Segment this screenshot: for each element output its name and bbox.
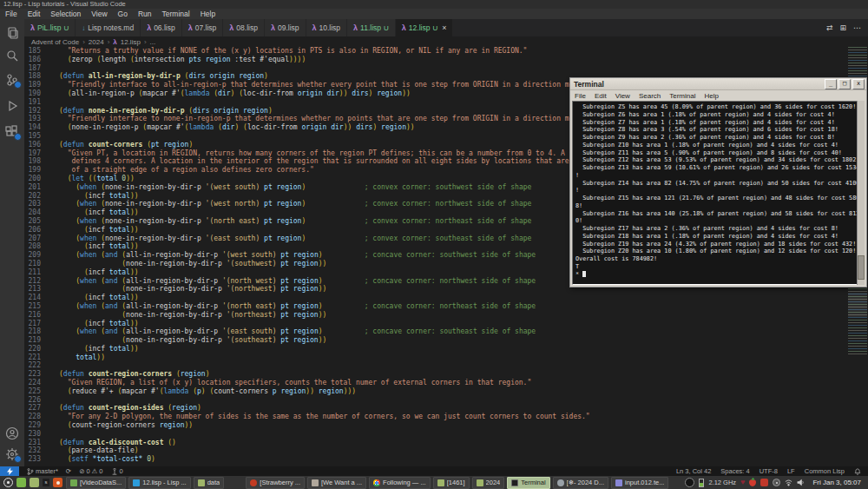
line-number: 222 <box>24 361 41 370</box>
browser-launcher-icon[interactable] <box>53 478 62 487</box>
app-launcher-s-icon[interactable]: s <box>43 479 49 486</box>
search-icon[interactable] <box>5 49 19 63</box>
red-app-tray-icon[interactable] <box>760 479 768 486</box>
source-control-icon[interactable] <box>5 73 19 87</box>
remote-indicator-icon[interactable] <box>0 466 19 476</box>
line-number: 205 <box>24 217 41 226</box>
terminal-menu-file[interactable]: File <box>570 92 590 100</box>
menu-item-view[interactable]: View <box>86 9 112 19</box>
tab-10-lisp[interactable]: λ10.lisp <box>306 19 348 36</box>
tab-11-lisp[interactable]: λ11.lispU <box>347 19 396 36</box>
taskbar-window-terminal[interactable]: Terminal <box>507 477 549 489</box>
taskbar-window-following-[interactable]: Following — ... <box>369 477 431 489</box>
recorder-app-icon[interactable] <box>685 478 694 487</box>
applications-menu-icon[interactable] <box>3 478 13 487</box>
tab-06-lisp[interactable]: λ06.lisp <box>141 19 182 36</box>
terminal-line: Subregion Z18 has area 1 (.18% of parent… <box>575 233 855 241</box>
sync-icon[interactable]: ⟳ <box>66 467 71 475</box>
menu-item-go[interactable]: Go <box>113 9 133 19</box>
ports-indicator[interactable]: 0 <box>111 467 123 475</box>
terminal-menu-terminal[interactable]: Terminal <box>665 92 700 100</box>
close-button[interactable]: x <box>852 79 865 89</box>
menu-item-selection[interactable]: Selection <box>45 9 86 19</box>
tab-07-lisp[interactable]: λ07.lisp <box>182 19 224 36</box>
menu-item-edit[interactable]: Edit <box>23 9 46 19</box>
taskbar-window-input-012-te-[interactable]: input.012.te... <box>611 477 668 489</box>
tab-label: 08.lisp <box>236 23 258 32</box>
more-actions-icon[interactable]: ⋯ <box>853 23 861 32</box>
breadcrumb-item[interactable]: 12.lisp <box>121 38 141 46</box>
terminal-titlebar[interactable]: Terminal _ □ x <box>570 78 866 90</box>
code-text: (none-in-region-by-dir-p '(northwest) pt… <box>59 285 326 293</box>
terminal-menu-edit[interactable]: Edit <box>590 92 611 100</box>
breadcrumb-item[interactable]: ... <box>150 38 156 46</box>
encoding[interactable]: UTF-8 <box>760 467 778 475</box>
menu-item-file[interactable]: File <box>0 9 23 19</box>
problems-indicator[interactable]: ⊘0 ⚠0 <box>79 467 102 475</box>
terminal-output[interactable]: Subregion Z5 has area 45 (8.09% of paren… <box>572 101 865 285</box>
menu-item-run[interactable]: Run <box>133 9 157 19</box>
code-text: "Given REGION, a list of (x y) location … <box>59 379 531 387</box>
line-number: 188 <box>24 72 41 81</box>
maximize-button[interactable]: □ <box>838 79 851 89</box>
line-number: 223 <box>24 370 41 379</box>
taskbar-window-2024[interactable]: 2024 <box>472 477 505 489</box>
split-editor-icon[interactable]: ⇄ <box>826 23 833 32</box>
menu-item-help[interactable]: Help <box>195 9 220 19</box>
close-icon[interactable]: × <box>442 23 446 32</box>
taskbar-window--we-want-a-[interactable]: [We Want a ... <box>307 477 366 489</box>
eol-sequence[interactable]: LF <box>787 467 795 475</box>
terminal-menu-help[interactable]: Help <box>700 92 722 100</box>
minimap[interactable] <box>848 47 867 76</box>
settings-gear-icon[interactable] <box>5 447 19 461</box>
terminal-menu-search[interactable]: Search <box>635 92 665 100</box>
taskbar-window--2024-d-[interactable]: [❄- 2024 D... <box>553 477 608 489</box>
terminal-scrollbar[interactable] <box>857 101 865 285</box>
taskbar-window-data[interactable]: data <box>194 477 225 489</box>
tab-pil-lisp[interactable]: λPiL.lispU <box>24 19 76 36</box>
accounts-icon[interactable] <box>5 426 19 440</box>
line-number: 218 <box>24 327 41 336</box>
minimize-button[interactable]: _ <box>825 79 837 89</box>
toggle-layout-icon[interactable]: ⊞ <box>839 23 846 32</box>
breadcrumb-item[interactable]: Advent of Code <box>31 38 79 46</box>
workspace-pager-icon[interactable] <box>16 478 26 487</box>
cursor-position[interactable]: Ln 3, Col 42 <box>676 467 711 475</box>
terminal-line: Subregion Z13 has area 59 (10.61% of par… <box>575 164 855 172</box>
tab-label: 12.lisp <box>409 23 431 32</box>
terminal-line: Subregion Z14 has area 82 (14.75% of par… <box>575 180 855 188</box>
run-debug-icon[interactable] <box>5 99 19 113</box>
menu-item-terminal[interactable]: Terminal <box>157 9 195 19</box>
password-manager-tray-icon[interactable]: ♥ <box>740 479 745 486</box>
minimap[interactable] <box>848 288 867 354</box>
taskbar-window--strawberry-[interactable]: [Strawberry ... <box>246 477 305 489</box>
terminal-menu-view[interactable]: View <box>611 92 635 100</box>
code-text: (incf total)) <box>59 345 139 353</box>
clock[interactable]: Fri Jan 3, 05:07 <box>809 479 865 486</box>
screenshot-tray-icon[interactable] <box>773 479 780 486</box>
tab-08-lisp[interactable]: λ08.lisp <box>223 19 265 36</box>
tab-12-lisp[interactable]: λ12.lispU× <box>396 19 454 36</box>
notifications-bell-icon[interactable] <box>854 468 861 475</box>
taskbar-window--videodatas-[interactable]: [VideoDataS... <box>66 477 126 489</box>
lisp-file-icon: λ <box>229 23 233 32</box>
indentation[interactable]: Spaces: 4 <box>720 467 749 475</box>
extensions-icon[interactable] <box>5 125 19 139</box>
file-manager-icon[interactable] <box>30 478 39 487</box>
line-number: 231 <box>24 439 41 447</box>
tab-lisp-notes-md[interactable]: ↓Lisp notes.md <box>76 19 141 36</box>
git-branch-indicator[interactable]: master* <box>27 467 58 475</box>
volume-icon[interactable] <box>797 479 805 486</box>
battery-meter-icon[interactable] <box>699 479 704 487</box>
scrollbar-thumb[interactable] <box>858 255 865 280</box>
breadcrumb-item[interactable]: 2024 <box>89 38 104 46</box>
taskbar-window-12-lisp-lisp-[interactable]: 12.lisp - Lisp ... <box>128 477 190 489</box>
strawberry-tray-icon[interactable] <box>749 479 756 486</box>
taskbar-window--1461-[interactable]: [1461] <box>433 477 470 489</box>
language-mode[interactable]: Common Lisp <box>805 467 845 475</box>
breadcrumb[interactable]: Advent of Code›2024›λ12.lisp›... <box>24 36 868 47</box>
tab-09-lisp[interactable]: λ09.lisp <box>265 19 306 36</box>
code-text: (none-in-region-p (mapcar #'(lambda (dir… <box>59 123 415 131</box>
wifi-icon[interactable] <box>785 479 792 486</box>
explorer-icon[interactable] <box>5 26 19 40</box>
